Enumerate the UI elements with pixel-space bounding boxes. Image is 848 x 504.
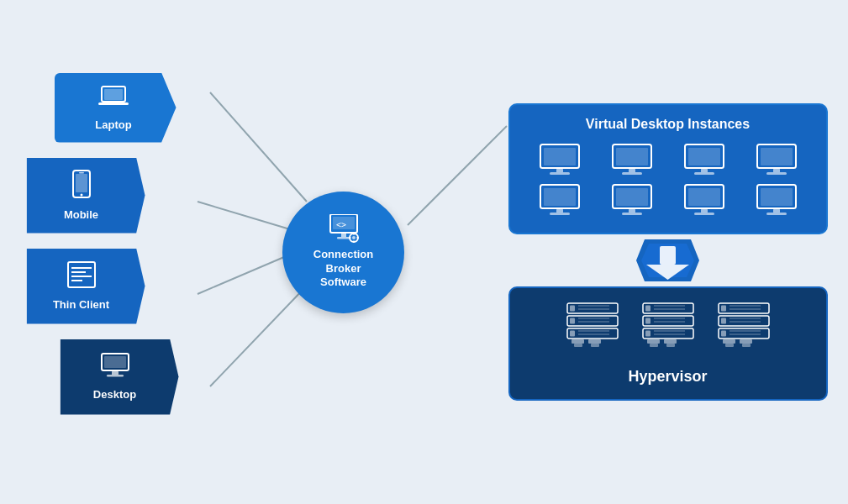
device-list: Laptop Mobile bbox=[21, 73, 179, 415]
svg-rect-102 bbox=[721, 306, 726, 312]
vdi-monitors bbox=[527, 144, 809, 218]
svg-rect-51 bbox=[556, 209, 563, 213]
svg-rect-34 bbox=[544, 148, 576, 165]
down-arrow bbox=[636, 239, 699, 281]
svg-rect-31 bbox=[349, 237, 351, 239]
svg-rect-30 bbox=[353, 240, 355, 243]
server-3 bbox=[714, 302, 773, 360]
svg-rect-56 bbox=[622, 213, 642, 215]
mobile-icon bbox=[72, 170, 91, 202]
mobile-card: Mobile bbox=[21, 158, 145, 234]
svg-rect-8 bbox=[109, 102, 118, 103]
mobile-label: Mobile bbox=[64, 208, 98, 221]
svg-rect-81 bbox=[571, 339, 584, 344]
svg-rect-25 bbox=[341, 233, 346, 237]
svg-rect-70 bbox=[570, 306, 575, 312]
svg-rect-60 bbox=[694, 213, 714, 215]
svg-line-4 bbox=[408, 126, 507, 225]
svg-rect-32 bbox=[356, 237, 359, 239]
vdi-monitor-6 bbox=[599, 184, 665, 218]
laptop-card: Laptop bbox=[55, 73, 176, 143]
svg-rect-43 bbox=[701, 169, 708, 172]
vdi-monitor-7 bbox=[672, 184, 737, 218]
svg-rect-67 bbox=[660, 246, 676, 265]
hypervisor-box: Hypervisor bbox=[508, 286, 828, 401]
svg-rect-12 bbox=[79, 172, 84, 174]
svg-rect-19 bbox=[104, 356, 126, 368]
vdi-monitor-5 bbox=[527, 184, 593, 218]
svg-rect-35 bbox=[556, 169, 563, 172]
svg-rect-114 bbox=[740, 339, 752, 344]
broker-circle: <> Connection Broker Software bbox=[282, 192, 404, 313]
svg-rect-100 bbox=[666, 344, 675, 347]
server-2 bbox=[639, 302, 698, 360]
svg-rect-78 bbox=[570, 331, 575, 337]
desktop-icon bbox=[100, 353, 130, 382]
laptop-label: Laptop bbox=[95, 118, 131, 131]
svg-rect-83 bbox=[574, 344, 582, 347]
svg-line-0 bbox=[210, 92, 307, 202]
svg-point-11 bbox=[80, 194, 82, 197]
svg-rect-115 bbox=[725, 344, 734, 347]
hypervisor-label: Hypervisor bbox=[527, 368, 809, 386]
svg-rect-86 bbox=[645, 306, 650, 312]
svg-rect-84 bbox=[591, 344, 599, 347]
vdi-monitor-2 bbox=[599, 144, 665, 177]
desktop-card: Desktop bbox=[55, 339, 179, 415]
svg-rect-38 bbox=[616, 148, 648, 165]
vdi-monitor-4 bbox=[744, 144, 809, 177]
vdi-monitor-1 bbox=[527, 144, 593, 177]
svg-rect-54 bbox=[616, 188, 648, 206]
svg-rect-52 bbox=[550, 213, 570, 215]
svg-rect-59 bbox=[701, 209, 708, 213]
hypervisor-servers bbox=[527, 302, 809, 360]
svg-text:<>: <> bbox=[336, 220, 346, 229]
svg-rect-64 bbox=[766, 213, 787, 215]
svg-rect-39 bbox=[629, 169, 635, 172]
svg-rect-99 bbox=[650, 344, 658, 347]
thin-client-label: Thin Client bbox=[53, 298, 109, 311]
svg-rect-13 bbox=[68, 262, 95, 287]
svg-rect-47 bbox=[773, 169, 780, 172]
thin-client-card: Thin Client bbox=[21, 249, 145, 324]
svg-rect-90 bbox=[645, 318, 650, 324]
svg-rect-58 bbox=[688, 188, 720, 206]
broker-icon: <> bbox=[325, 214, 362, 248]
desktop-label: Desktop bbox=[93, 388, 136, 401]
svg-rect-29 bbox=[353, 233, 355, 235]
laptop-icon bbox=[98, 85, 129, 113]
architecture-diagram: Laptop Mobile bbox=[21, 17, 828, 487]
svg-rect-40 bbox=[622, 172, 642, 175]
svg-rect-55 bbox=[629, 209, 635, 213]
svg-rect-46 bbox=[761, 148, 793, 165]
svg-rect-74 bbox=[570, 318, 575, 324]
svg-rect-36 bbox=[550, 172, 570, 175]
svg-rect-97 bbox=[647, 339, 660, 344]
vdi-box: Virtual Desktop Instances bbox=[508, 103, 828, 234]
svg-rect-116 bbox=[742, 344, 751, 347]
svg-rect-106 bbox=[721, 318, 726, 324]
svg-rect-26 bbox=[337, 237, 350, 239]
broker-section: <> Connection Broker Software bbox=[282, 192, 404, 313]
svg-rect-113 bbox=[723, 339, 735, 344]
svg-rect-63 bbox=[773, 209, 780, 213]
vdi-title: Virtual Desktop Instances bbox=[527, 117, 809, 132]
svg-rect-10 bbox=[76, 174, 87, 192]
svg-rect-94 bbox=[645, 331, 650, 337]
server-1 bbox=[563, 302, 622, 360]
thin-client-icon bbox=[67, 261, 96, 292]
broker-label: Connection Broker Software bbox=[313, 248, 374, 291]
svg-rect-6 bbox=[104, 89, 123, 100]
vdi-monitor-3 bbox=[672, 144, 737, 177]
svg-rect-42 bbox=[688, 148, 720, 165]
svg-rect-62 bbox=[761, 188, 793, 206]
svg-rect-20 bbox=[112, 371, 119, 375]
svg-rect-98 bbox=[664, 339, 677, 344]
svg-rect-82 bbox=[588, 339, 601, 344]
svg-rect-110 bbox=[721, 331, 726, 337]
svg-rect-50 bbox=[544, 188, 576, 206]
svg-line-1 bbox=[198, 202, 290, 229]
vdi-monitor-8 bbox=[744, 184, 809, 218]
svg-point-28 bbox=[352, 236, 356, 239]
right-section: Virtual Desktop Instances bbox=[508, 103, 828, 401]
